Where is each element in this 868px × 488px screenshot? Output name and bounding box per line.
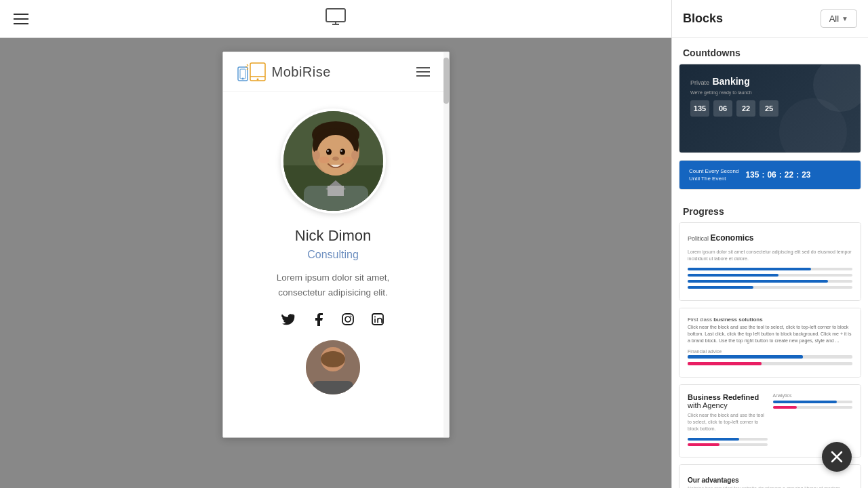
countdown-block-dark[interactable]: Private Banking We're getting ready to l… (679, 64, 861, 153)
svg-point-23 (340, 150, 342, 152)
progress-block-2[interactable]: First class business solutions Click nea… (679, 308, 861, 378)
profile-avatar (281, 108, 386, 214)
canvas-area: MobiRise (0, 38, 671, 488)
toolbar (0, 0, 671, 38)
svg-rect-30 (328, 186, 344, 196)
svg-rect-31 (342, 314, 353, 325)
instagram-icon[interactable] (340, 312, 355, 327)
logo-text: MobiRise (272, 64, 331, 80)
fab-close-button[interactable] (822, 442, 852, 472)
progress-bar-row-2b (688, 362, 852, 365)
svg-point-22 (327, 150, 329, 152)
progress-block-1[interactable]: Political Economics Lorem ipsum dolor si… (679, 222, 861, 301)
frame-nav-menu[interactable] (416, 67, 430, 77)
preview-toggle[interactable] (323, 5, 348, 33)
frame-scrollbar[interactable] (443, 52, 449, 437)
facebook-icon[interactable] (311, 312, 326, 327)
frame-content: MobiRise (223, 52, 443, 437)
svg-point-25 (319, 157, 330, 163)
right-panel: Blocks All ▼ Countdowns Private Banking … (671, 0, 868, 488)
svg-line-9 (247, 64, 248, 66)
svg-point-27 (313, 150, 320, 160)
svg-rect-6 (250, 63, 265, 81)
frame-scroll-handle[interactable] (443, 58, 449, 104)
panel-header: Blocks All ▼ (672, 0, 868, 38)
section-label-countdowns: Countdowns (672, 38, 868, 64)
menu-button[interactable] (14, 14, 28, 24)
cd-blue-text: Count Every Second Until The Event (689, 167, 738, 182)
svg-point-26 (342, 157, 353, 163)
panel-title: Blocks (683, 12, 723, 26)
frame-nav: MobiRise (223, 52, 443, 92)
cd-num-4: 25 (760, 100, 778, 117)
cd-num-1: 135 (690, 100, 709, 117)
all-filter-button[interactable]: All ▼ (821, 9, 857, 28)
svg-point-8 (256, 79, 258, 81)
frame-logo: MobiRise (237, 62, 331, 82)
profile-section: Nick Dimon Consulting Lorem ipsum dolor … (223, 92, 443, 333)
svg-point-5 (241, 78, 243, 80)
panel-scroll-area[interactable]: Countdowns Private Banking We're getting… (672, 38, 868, 488)
progress-bar-row (688, 286, 852, 289)
cd-num-3: 22 (736, 100, 755, 117)
social-icons (281, 312, 385, 327)
svg-point-20 (326, 149, 332, 155)
svg-point-24 (332, 157, 339, 161)
chevron-down-icon: ▼ (842, 15, 848, 22)
progress-bar-row (688, 274, 852, 277)
svg-point-39 (321, 351, 345, 367)
progress-bar-row (688, 280, 852, 283)
countdown-block-blue[interactable]: Count Every Second Until The Event 135:0… (679, 160, 861, 190)
svg-point-32 (345, 317, 351, 322)
svg-point-36 (374, 317, 376, 318)
svg-point-33 (351, 316, 352, 317)
profile-bio: Lorem ipsum dolor sit amet, consectetur … (277, 270, 390, 300)
peek-avatar (306, 340, 360, 394)
mobile-preview-frame: MobiRise (222, 52, 450, 438)
profile-name: Nick Dimon (295, 227, 371, 245)
svg-point-21 (340, 149, 345, 155)
svg-rect-4 (240, 69, 245, 79)
progress-bar-row (688, 268, 852, 270)
twitter-icon[interactable] (281, 312, 296, 327)
cd-blue-nums: 135:06:22:23 (745, 170, 810, 180)
svg-rect-40 (313, 381, 353, 394)
svg-point-19 (317, 135, 355, 176)
progress-bar-row-2: Financial advice (688, 349, 852, 359)
svg-point-28 (351, 150, 358, 160)
section-label-progress: Progress (672, 197, 868, 222)
cd-num-2: 06 (713, 100, 732, 117)
profile-role: Consulting (307, 249, 359, 261)
bottom-peek-section (223, 333, 443, 401)
linkedin-icon[interactable] (370, 312, 385, 327)
svg-rect-0 (326, 9, 345, 22)
